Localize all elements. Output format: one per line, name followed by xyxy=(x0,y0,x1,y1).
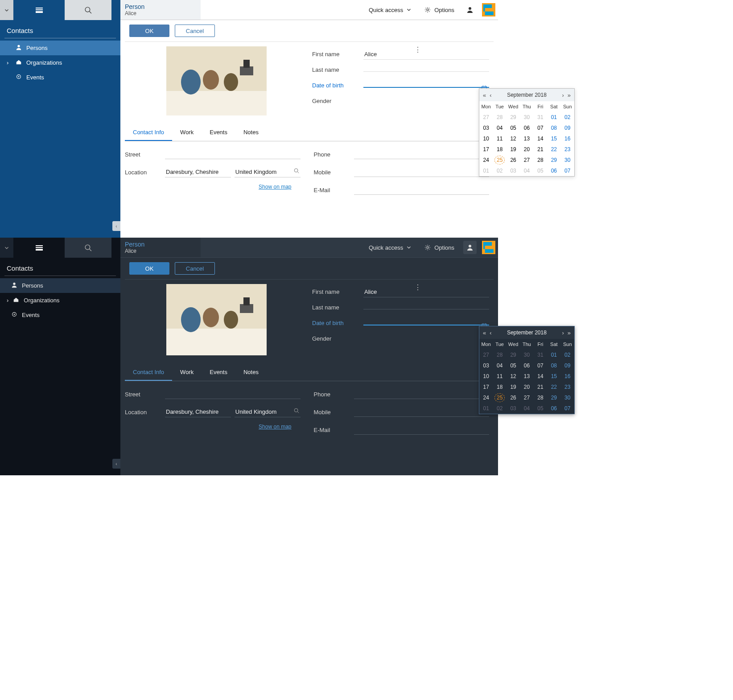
cal-day[interactable]: 01 xyxy=(547,350,560,360)
last-name-field[interactable] xyxy=(363,68,489,72)
cal-day[interactable]: 31 xyxy=(534,112,547,123)
phone-field[interactable] xyxy=(354,389,490,399)
cal-day[interactable]: 25 xyxy=(493,155,506,165)
cal-prev-month[interactable]: ‹ xyxy=(489,91,492,99)
cal-day[interactable]: 14 xyxy=(534,133,547,144)
cal-day[interactable]: 22 xyxy=(547,144,560,155)
cal-day[interactable]: 20 xyxy=(520,382,533,392)
cal-day[interactable]: 26 xyxy=(507,155,520,165)
cal-day[interactable]: 30 xyxy=(561,155,574,165)
cal-day[interactable]: 04 xyxy=(493,123,506,133)
cal-day[interactable]: 08 xyxy=(547,360,560,371)
cal-day[interactable]: 13 xyxy=(520,371,533,382)
cal-next-year[interactable]: » xyxy=(567,329,572,337)
cal-day[interactable]: 23 xyxy=(561,144,574,155)
cal-day[interactable]: 06 xyxy=(547,165,560,176)
tab-events[interactable]: Events xyxy=(202,364,235,381)
cal-day[interactable]: 05 xyxy=(507,360,520,371)
mobile-field[interactable] xyxy=(354,167,490,177)
cal-day[interactable]: 06 xyxy=(520,123,533,133)
sidebar-item-persons[interactable]: Persons xyxy=(0,41,120,55)
cal-next-month[interactable]: › xyxy=(561,91,564,99)
sidebar-collapse-button[interactable]: ‹ xyxy=(112,459,120,469)
sidebar-tab-outline[interactable] xyxy=(13,238,65,258)
show-on-map-link[interactable]: Show on map xyxy=(125,184,301,190)
show-on-map-link[interactable]: Show on map xyxy=(125,424,301,430)
cal-day[interactable]: 12 xyxy=(507,371,520,382)
cal-day[interactable]: 04 xyxy=(520,165,533,176)
cal-day[interactable]: 01 xyxy=(479,165,493,176)
sidebar-collapse-chevron[interactable] xyxy=(0,0,13,20)
cal-day[interactable]: 20 xyxy=(520,144,533,155)
cal-day[interactable]: 16 xyxy=(561,371,574,382)
cal-day[interactable]: 30 xyxy=(520,350,533,360)
user-menu[interactable] xyxy=(463,3,477,16)
cal-day[interactable]: 05 xyxy=(507,123,520,133)
cal-next-year[interactable]: » xyxy=(567,91,572,99)
cal-day[interactable]: 08 xyxy=(547,123,560,133)
cal-day[interactable]: 07 xyxy=(534,123,547,133)
dob-field[interactable] xyxy=(363,321,489,325)
tab-notes[interactable]: Notes xyxy=(235,124,267,141)
cal-day[interactable]: 03 xyxy=(507,165,520,176)
cancel-button[interactable]: Cancel xyxy=(175,25,215,37)
cal-prev-year[interactable]: « xyxy=(482,91,487,99)
cal-day[interactable]: 21 xyxy=(534,144,547,155)
cal-next-month[interactable]: › xyxy=(561,329,564,337)
cal-day[interactable]: 09 xyxy=(561,360,574,371)
photo-menu-icon[interactable] xyxy=(414,45,421,54)
cal-day[interactable]: 06 xyxy=(520,360,533,371)
tab-notes[interactable]: Notes xyxy=(235,364,267,381)
street-field[interactable] xyxy=(165,149,301,159)
first-name-field[interactable]: Alice xyxy=(363,287,489,297)
sidebar-item-events[interactable]: Events xyxy=(0,308,120,322)
sidebar-tab-outline[interactable] xyxy=(13,0,65,20)
cal-day[interactable]: 29 xyxy=(507,112,520,123)
user-menu[interactable] xyxy=(463,241,477,254)
cal-day[interactable]: 28 xyxy=(493,112,506,123)
tab-contact-info[interactable]: Contact Info xyxy=(125,364,172,381)
cal-day[interactable]: 11 xyxy=(493,371,506,382)
cal-day[interactable]: 24 xyxy=(479,155,493,165)
cal-day[interactable]: 28 xyxy=(493,350,506,360)
cal-day[interactable]: 28 xyxy=(534,155,547,165)
cal-day[interactable]: 15 xyxy=(547,371,560,382)
country-field[interactable]: United Kingdom xyxy=(235,167,301,177)
calendar-title[interactable]: September 2018 xyxy=(507,329,547,336)
sidebar-collapse-button[interactable]: ‹ xyxy=(112,221,120,231)
cal-day[interactable]: 01 xyxy=(547,112,560,123)
cal-day[interactable]: 29 xyxy=(507,350,520,360)
cal-day[interactable]: 02 xyxy=(493,165,506,176)
ok-button[interactable]: OK xyxy=(129,262,169,275)
cal-day[interactable]: 27 xyxy=(520,392,533,403)
breadcrumb-tile[interactable]: Person Alice xyxy=(120,238,201,257)
cal-day[interactable]: 13 xyxy=(520,133,533,144)
cal-day[interactable]: 28 xyxy=(534,392,547,403)
sidebar-item-organizations[interactable]: ›Organizations xyxy=(0,55,120,70)
cal-day[interactable]: 29 xyxy=(547,155,560,165)
cal-day[interactable]: 17 xyxy=(479,382,493,392)
cancel-button[interactable]: Cancel xyxy=(175,262,215,275)
first-name-field[interactable]: Alice xyxy=(363,49,489,60)
country-search-icon[interactable] xyxy=(293,408,300,415)
breadcrumb-tile[interactable]: Person Alice xyxy=(120,0,201,20)
cal-day[interactable]: 30 xyxy=(561,392,574,403)
cal-day[interactable]: 07 xyxy=(561,403,574,414)
cal-day[interactable]: 27 xyxy=(479,350,493,360)
sidebar-tab-search[interactable] xyxy=(65,0,111,20)
cal-day[interactable]: 31 xyxy=(534,350,547,360)
mobile-field[interactable] xyxy=(354,407,490,417)
cal-day[interactable]: 03 xyxy=(479,123,493,133)
photo-menu-icon[interactable] xyxy=(414,283,421,292)
cal-day[interactable]: 27 xyxy=(520,155,533,165)
city-field[interactable]: Daresbury, Cheshire xyxy=(165,407,231,417)
cal-day[interactable]: 07 xyxy=(561,165,574,176)
cal-day[interactable]: 11 xyxy=(493,133,506,144)
country-search-icon[interactable] xyxy=(293,168,300,175)
country-field[interactable]: United Kingdom xyxy=(235,407,301,417)
cal-day[interactable]: 09 xyxy=(561,123,574,133)
tab-work[interactable]: Work xyxy=(172,124,202,141)
cal-day[interactable]: 27 xyxy=(479,112,493,123)
cal-day[interactable]: 19 xyxy=(507,144,520,155)
cal-day[interactable]: 06 xyxy=(547,403,560,414)
